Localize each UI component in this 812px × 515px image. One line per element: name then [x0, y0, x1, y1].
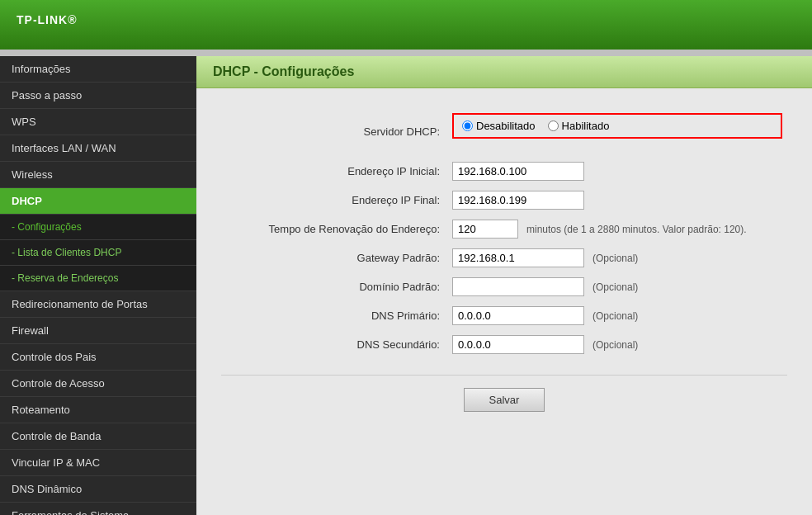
desabilitado-label: Desabilitado [476, 120, 536, 132]
dns-secundario-input[interactable] [452, 335, 584, 354]
form-area: Servidor DHCP: Desabilitado Habilitado E… [196, 105, 812, 428]
sidebar-item-vincular-ip-mac[interactable]: Vincular IP & MAC [0, 450, 196, 476]
sidebar-item-dhcp[interactable]: DHCP [0, 188, 196, 215]
dns-secundario-row: DNS Secundário: (Opcional) [221, 335, 787, 354]
sidebar-item-firewall[interactable]: Firewall [0, 318, 196, 344]
gateway-padrao-optional: (Opcional) [592, 253, 638, 264]
sidebar-item-interfaces-lan-wan[interactable]: Interfaces LAN / WAN [0, 135, 196, 162]
tempo-renovacao-hint: minutos (de 1 a 2880 minutos. Valor padr… [526, 224, 747, 235]
sidebar-item-roteamento[interactable]: Roteamento [0, 397, 196, 423]
sidebar-item-wireless[interactable]: Wireless [0, 162, 196, 188]
logo-mark: ® [68, 13, 77, 26]
tempo-renovacao-row: Tempo de Renovação do Endereço: minutos … [221, 220, 787, 239]
save-area: Salvar [221, 375, 787, 412]
endereco-ip-final-input[interactable] [452, 191, 584, 210]
sidebar-item-wps[interactable]: WPS [0, 109, 196, 135]
sidebar-item-controle-banda[interactable]: Controle de Banda [0, 423, 196, 450]
endereco-ip-final-label: Endereço IP Final: [221, 194, 452, 206]
sidebar-item-passo-a-passo[interactable]: Passo a passo [0, 83, 196, 109]
habilitado-option[interactable]: Habilitado [548, 120, 610, 132]
dns-primario-row: DNS Primário: (Opcional) [221, 306, 787, 325]
main-content: DHCP - Configurações Servidor DHCP: Desa… [196, 56, 812, 515]
dhcp-server-row: Desabilitado Habilitado [452, 113, 782, 139]
separator [0, 50, 812, 56]
dominio-padrao-input[interactable] [452, 277, 584, 296]
sidebar-item-dns-dinamico[interactable]: DNS Dinâmico [0, 476, 196, 503]
sidebar-item-lista-clientes-dhcp[interactable]: - Lista de Clientes DHCP [0, 240, 196, 266]
gateway-padrao-row: Gateway Padrão: (Opcional) [221, 248, 787, 267]
dominio-padrao-row: Domínio Padrão: (Opcional) [221, 277, 787, 296]
endereco-ip-final-row: Endereço IP Final: [221, 191, 787, 210]
gateway-padrao-input[interactable] [452, 248, 584, 267]
dns-primario-optional: (Opcional) [592, 310, 638, 322]
dns-secundario-label: DNS Secundário: [221, 338, 452, 351]
dns-primario-input[interactable] [452, 306, 584, 325]
sidebar-item-ferramentas-sistema[interactable]: Ferramentas do Sistema [0, 503, 196, 515]
logo-text: TP-LINK [17, 13, 68, 26]
habilitado-label: Habilitado [562, 120, 610, 132]
endereco-ip-inicial-label: Endereço IP Inicial: [221, 165, 452, 177]
desabilitado-option[interactable]: Desabilitado [462, 120, 536, 132]
desabilitado-radio[interactable] [462, 120, 473, 131]
dominio-padrao-label: Domínio Padrão: [221, 281, 452, 293]
header: TP-LINK® [0, 0, 812, 50]
sidebar-item-reserva-enderecos[interactable]: - Reserva de Endereços [0, 266, 196, 291]
servidor-dhcp-label: Servidor DHCP: [221, 125, 452, 138]
endereco-ip-inicial-row: Endereço IP Inicial: [221, 162, 787, 181]
sidebar-item-controle-acesso[interactable]: Controle de Acesso [0, 371, 196, 397]
endereco-ip-inicial-input[interactable] [452, 162, 584, 181]
page-title: DHCP - Configurações [196, 56, 812, 88]
layout: Informações Passo a passo WPS Interfaces… [0, 56, 812, 515]
tempo-renovacao-input[interactable] [452, 220, 518, 239]
sidebar: Informações Passo a passo WPS Interfaces… [0, 56, 196, 515]
save-button[interactable]: Salvar [464, 388, 545, 412]
habilitado-radio[interactable] [548, 120, 559, 131]
sidebar-item-controle-pais[interactable]: Controle dos Pais [0, 344, 196, 371]
dns-secundario-optional: (Opcional) [592, 339, 638, 351]
dns-primario-label: DNS Primário: [221, 309, 452, 322]
dominio-padrao-optional: (Opcional) [592, 281, 638, 293]
sidebar-item-redirecionamento-portas[interactable]: Redirecionamento de Portas [0, 291, 196, 318]
sidebar-item-configuracoes[interactable]: - Configurações [0, 215, 196, 240]
logo: TP-LINK® [17, 12, 78, 38]
tempo-renovacao-label: Tempo de Renovação do Endereço: [221, 223, 452, 235]
sidebar-item-informacoes[interactable]: Informações [0, 56, 196, 83]
gateway-padrao-label: Gateway Padrão: [221, 252, 452, 264]
